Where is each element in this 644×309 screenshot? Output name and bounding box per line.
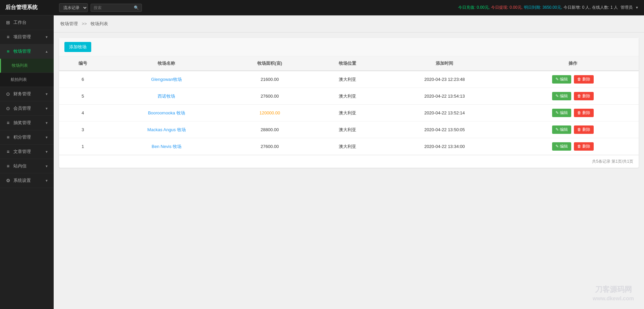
ranch-icon: ≡ — [5, 49, 11, 54]
settings-icon: ⚙ — [5, 178, 11, 183]
expire-label: 明日到期: — [524, 5, 541, 10]
cell-time: 2020-04-22 13:52:14 — [382, 105, 507, 121]
withdraw-value: 0.00元, — [509, 5, 523, 10]
cell-time: 2020-04-22 13:50:05 — [382, 121, 507, 138]
app-logo: 后台管理系统 — [5, 4, 59, 11]
delete-button[interactable]: 🗑 删除 — [574, 109, 594, 117]
cell-time: 2020-04-22 13:54:13 — [382, 88, 507, 105]
member-arrow-icon: ▼ — [45, 107, 48, 110]
cell-time: 2020-04-22 13:34:00 — [382, 138, 507, 155]
new-value: 0 人, — [582, 5, 590, 10]
sidebar-item-settings[interactable]: ⚙ 系统设置 ▼ — [0, 173, 54, 188]
sidebar-item-ranch[interactable]: ≡ 牧场管理 ▲ — [0, 44, 54, 59]
topbar: 后台管理系统 流水记录 🔍 今日充值: 0.00元, 今日提现: 0.00元, … — [0, 0, 644, 15]
sidebar-label-workbench: 工作台 — [13, 19, 26, 25]
cell-id: 4 — [59, 105, 107, 121]
points-icon: ≡ — [5, 135, 11, 140]
sidebar-item-finance[interactable]: ⊙ 财务管理 ▼ — [0, 87, 54, 101]
message-icon: ≡ — [5, 163, 11, 169]
sidebar-item-lottery[interactable]: ≡ 抽奖管理 ▼ — [0, 116, 54, 130]
sidebar-item-ranch-list[interactable]: 牧场列表 — [0, 59, 54, 73]
edit-button[interactable]: ✎ 编辑 — [552, 92, 571, 100]
breadcrumb: 牧场管理 >> 牧场列表 — [54, 15, 644, 33]
cell-location: 澳大利亚 — [313, 71, 382, 88]
table-row: 3 Mackas Angus 牧场 28800.00 澳大利亚 2020-04-… — [59, 121, 639, 138]
sidebar-label-lottery: 抽奖管理 — [13, 120, 31, 126]
cell-id: 5 — [59, 88, 107, 105]
sidebar: ⊞ 工作台 ≡ 项目管理 ▼ ≡ 牧场管理 ▲ 牧场列表 航拍列表 ⊙ 财务管理… — [0, 15, 54, 309]
sidebar-item-article[interactable]: ≡ 文章管理 ▼ — [0, 145, 54, 159]
delete-button[interactable]: 🗑 删除 — [574, 142, 594, 151]
sidebar-item-points[interactable]: ≡ 积分管理 ▼ — [0, 130, 54, 145]
online-value: 1 人 — [610, 5, 618, 10]
sidebar-item-ranch-log[interactable]: 航拍列表 — [0, 73, 54, 87]
col-area: 牧场面积(亩) — [226, 56, 313, 71]
table-header-row: 编号 牧场名称 牧场面积(亩) 牧场位置 添加时间 操作 — [59, 56, 639, 71]
finance-icon: ⊙ — [5, 91, 11, 97]
ranch-table: 编号 牧场名称 牧场面积(亩) 牧场位置 添加时间 操作 6 Glengowan… — [59, 56, 639, 155]
col-action: 操作 — [507, 56, 639, 71]
edit-button[interactable]: ✎ 编辑 — [552, 125, 571, 134]
ranch-arrow-icon: ▲ — [45, 50, 48, 53]
breadcrumb-parent: 牧场管理 — [60, 21, 78, 26]
sidebar-item-workbench[interactable]: ⊞ 工作台 — [0, 15, 54, 30]
sidebar-label-project: 项目管理 — [13, 34, 31, 40]
project-icon: ≡ — [5, 34, 11, 40]
sidebar-label-points: 积分管理 — [13, 134, 31, 140]
cell-name: Glengowan牧场 — [107, 71, 226, 88]
table-head: 编号 牧场名称 牧场面积(亩) 牧场位置 添加时间 操作 — [59, 56, 639, 71]
cell-location: 澳大利亚 — [313, 121, 382, 138]
new-label: 今日新增: — [564, 5, 581, 10]
table-row: 5 西诺牧场 27600.00 澳大利亚 2020-04-22 13:54:13… — [59, 88, 639, 105]
online-label: 在线人数: — [592, 5, 609, 10]
sidebar-label-article: 文章管理 — [13, 149, 31, 155]
sidebar-item-message[interactable]: ≡ 站内信 ▼ — [0, 159, 54, 173]
member-icon: ⊙ — [5, 106, 11, 111]
cell-name: Booroomooka 牧场 — [107, 105, 226, 121]
edit-button[interactable]: ✎ 编辑 — [552, 109, 571, 117]
cell-id: 1 — [59, 138, 107, 155]
delete-button[interactable]: 🗑 删除 — [574, 75, 594, 84]
search-input[interactable] — [94, 5, 134, 10]
add-ranch-button[interactable]: 添加牧场 — [64, 42, 91, 52]
search-box: 🔍 — [91, 4, 142, 12]
sidebar-label-member: 会员管理 — [13, 105, 31, 111]
admin-dropdown-button[interactable]: 管理员 — [619, 4, 634, 11]
sidebar-label-finance: 财务管理 — [13, 91, 31, 97]
recharge-label: 今日充值: — [458, 5, 475, 10]
cell-name: Ben Nevis 牧场 — [107, 138, 226, 155]
expire-value: 3650.00元, — [542, 5, 562, 10]
col-location: 牧场位置 — [313, 56, 382, 71]
sidebar-label-settings: 系统设置 — [13, 177, 31, 184]
main-content: 牧场管理 >> 牧场列表 添加牧场 编号 牧场名称 牧场面积(亩) 牧场位置 添… — [54, 15, 644, 309]
sidebar-item-project[interactable]: ≡ 项目管理 ▼ — [0, 30, 54, 44]
project-arrow-icon: ▼ — [45, 35, 48, 39]
cell-area: 28800.00 — [226, 121, 313, 138]
cell-name: 西诺牧场 — [107, 88, 226, 105]
cell-id: 6 — [59, 71, 107, 88]
lottery-arrow-icon: ▼ — [45, 121, 48, 125]
table-toolbar: 添加牧场 — [59, 38, 639, 56]
delete-button[interactable]: 🗑 删除 — [574, 92, 594, 100]
flow-type-select[interactable]: 流水记录 — [59, 3, 88, 12]
article-arrow-icon: ▼ — [45, 150, 48, 154]
sidebar-label-ranch-list: 牧场列表 — [12, 63, 28, 68]
sidebar-label-ranch: 牧场管理 — [13, 48, 31, 54]
col-time: 添加时间 — [382, 56, 507, 71]
cell-action: ✎ 编辑 🗑 删除 — [507, 88, 639, 105]
breadcrumb-separator: >> — [82, 21, 87, 26]
ranch-submenu: 牧场列表 航拍列表 — [0, 59, 54, 87]
edit-button[interactable]: ✎ 编辑 — [552, 75, 571, 84]
cell-action: ✎ 编辑 🗑 删除 — [507, 121, 639, 138]
table-row: 6 Glengowan牧场 21600.00 澳大利亚 2020-04-23 1… — [59, 71, 639, 88]
workbench-icon: ⊞ — [5, 20, 11, 25]
delete-button[interactable]: 🗑 删除 — [574, 125, 594, 134]
table-footer: 共5条记录 第1页/共1页 — [59, 155, 639, 168]
col-id: 编号 — [59, 56, 107, 71]
settings-arrow-icon: ▼ — [45, 179, 48, 183]
table-body: 6 Glengowan牧场 21600.00 澳大利亚 2020-04-23 1… — [59, 71, 639, 155]
sidebar-item-member[interactable]: ⊙ 会员管理 ▼ — [0, 101, 54, 116]
cell-time: 2020-04-23 12:23:48 — [382, 71, 507, 88]
admin-arrow-icon: ▼ — [635, 6, 639, 9]
edit-button[interactable]: ✎ 编辑 — [552, 142, 571, 151]
